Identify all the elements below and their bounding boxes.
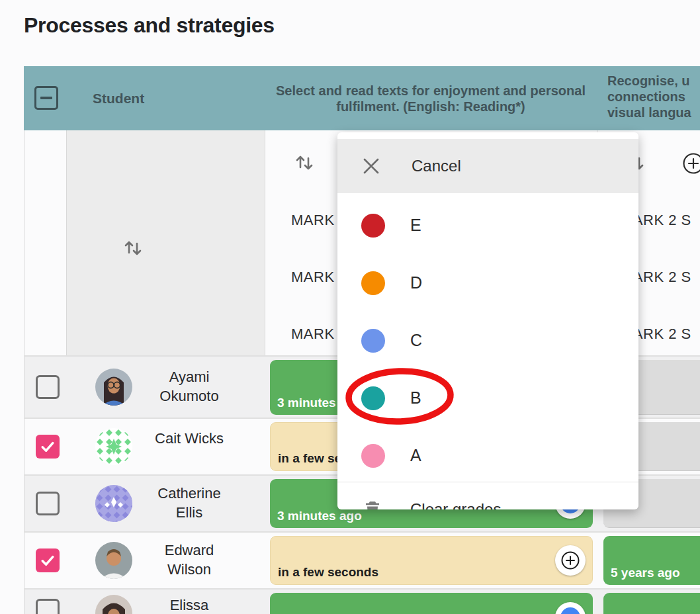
clear-grades-label: Clear grades <box>410 500 501 509</box>
grade-cell-timestamp: in a few seconds <box>278 565 378 580</box>
grade-option-d[interactable]: D <box>337 254 638 312</box>
grade-color-dot <box>361 271 385 295</box>
row-checkbox[interactable] <box>36 599 60 614</box>
sort-students-icon[interactable] <box>121 236 145 260</box>
student-name: Catherine Ellis <box>131 484 247 522</box>
screen: Processes and strategies Student Select … <box>0 0 700 614</box>
grade-option-label: B <box>410 388 421 408</box>
student-name: Edward Wilson <box>131 541 247 579</box>
grade-color-dot <box>361 329 385 353</box>
select-all-checkbox[interactable] <box>34 86 58 110</box>
grade-option-a[interactable]: A <box>337 427 638 484</box>
column-header-visual-line3: visual langua <box>607 105 700 120</box>
column-header-visual-line2: connections <box>607 89 700 105</box>
grade-option-label: C <box>410 331 422 350</box>
cancel-label: Cancel <box>412 157 461 175</box>
plus-circle-icon <box>559 549 582 572</box>
grade-cell[interactable] <box>270 593 593 614</box>
row-checkbox[interactable] <box>36 435 60 459</box>
avatar <box>95 595 132 614</box>
column-header-visual: Recognise, u connections visual langua <box>607 73 700 120</box>
grade-option-label: A <box>410 446 421 465</box>
row-checkbox[interactable] <box>36 492 60 515</box>
grade-option-c[interactable]: C <box>337 312 638 369</box>
close-icon <box>361 156 381 176</box>
student-name: Cait Wicks <box>131 429 247 448</box>
column-header-reading: Select and read texts for enjoyment and … <box>270 66 591 130</box>
grade-cell[interactable]: in a few seconds <box>270 536 593 585</box>
add-grade-button[interactable] <box>555 545 586 576</box>
student-cell[interactable]: Cait Wicks <box>95 428 228 481</box>
avatar <box>95 485 132 522</box>
row-checkbox[interactable] <box>36 375 60 399</box>
grade-option-e[interactable]: E <box>337 197 638 254</box>
grade-option-label: E <box>410 216 421 235</box>
avatar <box>95 542 132 579</box>
indeterminate-minus-icon <box>40 97 52 99</box>
grade-option-label: D <box>410 273 422 292</box>
grade-color-dot <box>361 386 385 410</box>
sort-reading-column-icon[interactable] <box>292 151 316 175</box>
student-name: Elissa <box>131 595 247 614</box>
student-cell[interactable]: Catherine Ellis <box>95 485 228 538</box>
grade-option-b[interactable]: B <box>337 369 638 427</box>
check-icon <box>38 551 57 570</box>
grade-cell-timestamp: 5 years ago <box>611 566 680 580</box>
trash-icon <box>363 500 382 509</box>
student-cell[interactable]: Ayami Okumoto <box>95 369 228 421</box>
row-checkbox[interactable] <box>36 548 60 572</box>
grade-dot-icon <box>560 607 580 614</box>
avatar <box>95 369 132 406</box>
student-cell[interactable]: Elissa <box>95 595 228 614</box>
grade-cell-timestamp: 3 minutes ago <box>277 509 362 523</box>
grade-color-dot <box>361 444 385 468</box>
clear-grades-menu-item[interactable]: Clear grades <box>337 479 638 509</box>
grade-color-dot <box>361 214 385 238</box>
student-subheader-panel <box>67 130 265 355</box>
student-cell[interactable]: Edward Wilson <box>95 542 228 595</box>
add-assessment-icon[interactable] <box>680 150 700 179</box>
cancel-menu-item[interactable]: Cancel <box>337 139 638 193</box>
check-icon <box>38 437 57 456</box>
column-header-visual-line1: Recognise, u <box>607 73 700 89</box>
avatar <box>95 428 132 465</box>
column-header-student: Student <box>69 66 265 130</box>
grade-cell[interactable]: 5 years ago <box>603 536 700 585</box>
student-name: Ayami Okumoto <box>131 367 247 406</box>
grade-cell[interactable] <box>603 593 700 614</box>
page-title: Processes and strategies <box>24 13 275 38</box>
grade-picker-popup: Cancel E D C B A Clear grades <box>337 132 638 509</box>
